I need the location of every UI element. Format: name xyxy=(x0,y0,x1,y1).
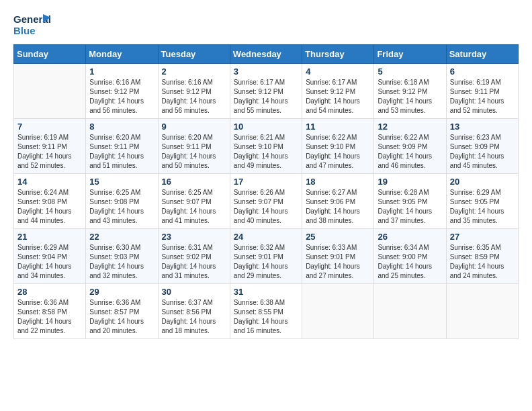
day-info: Sunrise: 6:38 AM Sunset: 8:55 PM Dayligh… xyxy=(234,298,298,336)
day-number: 9 xyxy=(162,122,226,132)
day-number: 14 xyxy=(17,177,82,187)
day-info: Sunrise: 6:33 AM Sunset: 9:01 PM Dayligh… xyxy=(306,243,370,281)
week-row-3: 14Sunrise: 6:24 AM Sunset: 9:08 PM Dayli… xyxy=(14,174,519,229)
empty-cell xyxy=(302,284,374,339)
day-header-wednesday: Wednesday xyxy=(230,45,302,64)
day-number: 29 xyxy=(89,287,154,297)
day-cell-6: 6Sunrise: 6:19 AM Sunset: 9:11 PM Daylig… xyxy=(446,64,518,119)
day-info: Sunrise: 6:36 AM Sunset: 8:58 PM Dayligh… xyxy=(17,298,82,336)
day-cell-31: 31Sunrise: 6:38 AM Sunset: 8:55 PM Dayli… xyxy=(230,284,302,339)
week-row-4: 21Sunrise: 6:29 AM Sunset: 9:04 PM Dayli… xyxy=(14,229,519,284)
calendar-header-row: SundayMondayTuesdayWednesdayThursdayFrid… xyxy=(14,45,519,64)
day-info: Sunrise: 6:28 AM Sunset: 9:05 PM Dayligh… xyxy=(378,188,442,226)
empty-cell xyxy=(446,284,518,339)
day-number: 30 xyxy=(162,287,226,297)
svg-text:Blue: Blue xyxy=(13,25,36,36)
day-number: 18 xyxy=(306,177,370,187)
day-header-saturday: Saturday xyxy=(446,45,518,64)
week-row-5: 28Sunrise: 6:36 AM Sunset: 8:58 PM Dayli… xyxy=(14,284,519,339)
day-cell-28: 28Sunrise: 6:36 AM Sunset: 8:58 PM Dayli… xyxy=(14,284,86,339)
day-number: 12 xyxy=(378,122,442,132)
day-number: 19 xyxy=(378,177,442,187)
day-info: Sunrise: 6:17 AM Sunset: 9:12 PM Dayligh… xyxy=(306,78,370,116)
day-info: Sunrise: 6:32 AM Sunset: 9:01 PM Dayligh… xyxy=(234,243,298,281)
day-cell-17: 17Sunrise: 6:26 AM Sunset: 9:07 PM Dayli… xyxy=(230,174,302,229)
day-number: 10 xyxy=(234,122,298,132)
day-info: Sunrise: 6:29 AM Sunset: 9:04 PM Dayligh… xyxy=(17,243,82,281)
day-cell-8: 8Sunrise: 6:20 AM Sunset: 9:11 PM Daylig… xyxy=(86,119,158,174)
day-number: 27 xyxy=(450,232,515,242)
day-cell-3: 3Sunrise: 6:17 AM Sunset: 9:12 PM Daylig… xyxy=(230,64,302,119)
logo-svg: GeneralBlue xyxy=(13,11,54,38)
day-number: 23 xyxy=(162,232,226,242)
day-cell-21: 21Sunrise: 6:29 AM Sunset: 9:04 PM Dayli… xyxy=(14,229,86,284)
day-number: 8 xyxy=(89,122,154,132)
day-cell-13: 13Sunrise: 6:23 AM Sunset: 9:09 PM Dayli… xyxy=(446,119,518,174)
calendar-table: SundayMondayTuesdayWednesdayThursdayFrid… xyxy=(13,44,519,339)
day-info: Sunrise: 6:18 AM Sunset: 9:12 PM Dayligh… xyxy=(378,78,442,116)
day-cell-23: 23Sunrise: 6:31 AM Sunset: 9:02 PM Dayli… xyxy=(158,229,230,284)
day-cell-18: 18Sunrise: 6:27 AM Sunset: 9:06 PM Dayli… xyxy=(302,174,374,229)
day-info: Sunrise: 6:36 AM Sunset: 8:57 PM Dayligh… xyxy=(89,298,154,336)
day-info: Sunrise: 6:25 AM Sunset: 9:08 PM Dayligh… xyxy=(89,188,154,226)
day-info: Sunrise: 6:17 AM Sunset: 9:12 PM Dayligh… xyxy=(234,78,298,116)
day-number: 4 xyxy=(306,66,370,77)
day-number: 15 xyxy=(89,177,154,187)
day-info: Sunrise: 6:16 AM Sunset: 9:12 PM Dayligh… xyxy=(162,78,226,116)
day-cell-26: 26Sunrise: 6:34 AM Sunset: 9:00 PM Dayli… xyxy=(374,229,446,284)
week-row-2: 7Sunrise: 6:19 AM Sunset: 9:11 PM Daylig… xyxy=(14,119,519,174)
empty-cell xyxy=(14,64,86,119)
day-cell-15: 15Sunrise: 6:25 AM Sunset: 9:08 PM Dayli… xyxy=(86,174,158,229)
day-cell-20: 20Sunrise: 6:29 AM Sunset: 9:05 PM Dayli… xyxy=(446,174,518,229)
day-cell-24: 24Sunrise: 6:32 AM Sunset: 9:01 PM Dayli… xyxy=(230,229,302,284)
day-cell-30: 30Sunrise: 6:37 AM Sunset: 8:56 PM Dayli… xyxy=(158,284,230,339)
day-cell-4: 4Sunrise: 6:17 AM Sunset: 9:12 PM Daylig… xyxy=(302,64,374,119)
day-info: Sunrise: 6:25 AM Sunset: 9:07 PM Dayligh… xyxy=(162,188,226,226)
day-number: 6 xyxy=(450,66,515,77)
day-number: 16 xyxy=(162,177,226,187)
day-cell-2: 2Sunrise: 6:16 AM Sunset: 9:12 PM Daylig… xyxy=(158,64,230,119)
day-info: Sunrise: 6:27 AM Sunset: 9:06 PM Dayligh… xyxy=(306,188,370,226)
day-number: 22 xyxy=(89,232,154,242)
day-cell-29: 29Sunrise: 6:36 AM Sunset: 8:57 PM Dayli… xyxy=(86,284,158,339)
day-number: 26 xyxy=(378,232,442,242)
day-cell-14: 14Sunrise: 6:24 AM Sunset: 9:08 PM Dayli… xyxy=(14,174,86,229)
day-number: 17 xyxy=(234,177,298,187)
day-info: Sunrise: 6:29 AM Sunset: 9:05 PM Dayligh… xyxy=(450,188,515,226)
day-info: Sunrise: 6:19 AM Sunset: 9:11 PM Dayligh… xyxy=(17,133,82,171)
day-info: Sunrise: 6:20 AM Sunset: 9:11 PM Dayligh… xyxy=(162,133,226,171)
day-info: Sunrise: 6:20 AM Sunset: 9:11 PM Dayligh… xyxy=(89,133,154,171)
day-info: Sunrise: 6:24 AM Sunset: 9:08 PM Dayligh… xyxy=(17,188,82,226)
day-number: 5 xyxy=(378,66,442,77)
day-info: Sunrise: 6:19 AM Sunset: 9:11 PM Dayligh… xyxy=(450,78,515,116)
day-cell-25: 25Sunrise: 6:33 AM Sunset: 9:01 PM Dayli… xyxy=(302,229,374,284)
day-header-sunday: Sunday xyxy=(14,45,86,64)
day-header-tuesday: Tuesday xyxy=(158,45,230,64)
day-cell-1: 1Sunrise: 6:16 AM Sunset: 9:12 PM Daylig… xyxy=(86,64,158,119)
day-info: Sunrise: 6:35 AM Sunset: 8:59 PM Dayligh… xyxy=(450,243,515,281)
day-cell-19: 19Sunrise: 6:28 AM Sunset: 9:05 PM Dayli… xyxy=(374,174,446,229)
day-info: Sunrise: 6:22 AM Sunset: 9:10 PM Dayligh… xyxy=(306,133,370,171)
day-header-monday: Monday xyxy=(86,45,158,64)
day-cell-7: 7Sunrise: 6:19 AM Sunset: 9:11 PM Daylig… xyxy=(14,119,86,174)
day-info: Sunrise: 6:16 AM Sunset: 9:12 PM Dayligh… xyxy=(89,78,154,116)
day-number: 24 xyxy=(234,232,298,242)
day-number: 7 xyxy=(17,122,82,132)
logo: GeneralBlue xyxy=(13,11,54,38)
day-cell-10: 10Sunrise: 6:21 AM Sunset: 9:10 PM Dayli… xyxy=(230,119,302,174)
day-number: 28 xyxy=(17,287,82,297)
day-number: 20 xyxy=(450,177,515,187)
week-row-1: 1Sunrise: 6:16 AM Sunset: 9:12 PM Daylig… xyxy=(14,64,519,119)
day-header-friday: Friday xyxy=(374,45,446,64)
day-info: Sunrise: 6:23 AM Sunset: 9:09 PM Dayligh… xyxy=(450,133,515,171)
day-cell-5: 5Sunrise: 6:18 AM Sunset: 9:12 PM Daylig… xyxy=(374,64,446,119)
day-cell-9: 9Sunrise: 6:20 AM Sunset: 9:11 PM Daylig… xyxy=(158,119,230,174)
day-info: Sunrise: 6:37 AM Sunset: 8:56 PM Dayligh… xyxy=(162,298,226,336)
day-number: 25 xyxy=(306,232,370,242)
day-info: Sunrise: 6:34 AM Sunset: 9:00 PM Dayligh… xyxy=(378,243,442,281)
day-number: 3 xyxy=(234,66,298,77)
day-cell-22: 22Sunrise: 6:30 AM Sunset: 9:03 PM Dayli… xyxy=(86,229,158,284)
day-cell-11: 11Sunrise: 6:22 AM Sunset: 9:10 PM Dayli… xyxy=(302,119,374,174)
day-info: Sunrise: 6:21 AM Sunset: 9:10 PM Dayligh… xyxy=(234,133,298,171)
day-number: 2 xyxy=(162,66,226,77)
